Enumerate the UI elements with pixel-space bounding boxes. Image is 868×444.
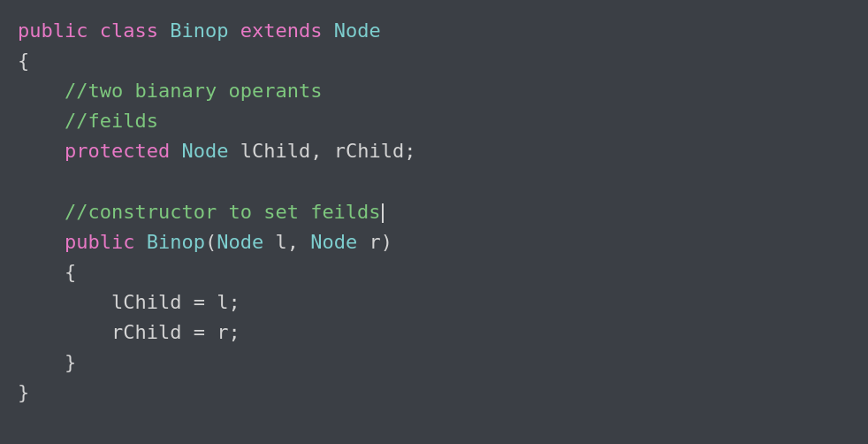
keyword-public: public: [18, 19, 88, 42]
param-l: l: [275, 231, 286, 253]
semicolon-2: ;: [228, 291, 240, 313]
equals-1: =: [194, 291, 205, 313]
close-brace-1: }: [18, 381, 29, 403]
keyword-class: class: [100, 19, 158, 42]
line-13: }: [18, 381, 29, 403]
comma-2: ,: [287, 231, 299, 253]
line-4: //feilds: [18, 110, 158, 132]
keyword-public-2: public: [65, 231, 134, 253]
paren-close: ): [381, 231, 392, 253]
comment-1: //two bianary operants: [65, 80, 322, 102]
open-brace-1: {: [18, 50, 29, 72]
line-2: {: [18, 50, 29, 72]
type-node: Node: [334, 19, 381, 42]
line-11: rChild = r;: [18, 321, 240, 343]
line-3: //two bianary operants: [18, 80, 322, 102]
line-7: //constructor to set feilds: [18, 201, 384, 223]
assign-rchild: rChild: [111, 321, 181, 343]
line-5: protected Node lChild, rChild;: [18, 140, 415, 162]
var-lchild: lChild: [240, 140, 310, 162]
semicolon-1: ;: [404, 140, 415, 162]
comma-1: ,: [310, 140, 322, 162]
open-brace-2: {: [65, 261, 76, 283]
var-rchild: rChild: [334, 140, 404, 162]
semicolon-3: ;: [228, 321, 240, 343]
equals-2: =: [194, 321, 205, 343]
class-name-binop: Binop: [170, 19, 228, 42]
text-cursor: [382, 203, 384, 223]
code-editor: public class Binop extends Node { //two …: [18, 16, 850, 408]
line-12: }: [18, 351, 76, 373]
paren-open: (: [205, 231, 217, 253]
comment-2: //feilds: [65, 110, 158, 132]
code-content: public class Binop extends Node { //two …: [18, 16, 850, 408]
param-r: r: [369, 231, 380, 253]
type-node-2: Node: [181, 140, 228, 162]
line-10: lChild = l;: [18, 291, 240, 313]
comment-3: //constructor to set feilds: [65, 201, 384, 223]
line-8: public Binop(Node l, Node r): [18, 231, 392, 253]
param-type-node-l: Node: [217, 231, 263, 253]
param-type-node-r: Node: [310, 231, 357, 253]
line-1: public class Binop extends Node: [18, 19, 381, 42]
keyword-protected: protected: [65, 140, 170, 162]
close-brace-2: }: [65, 351, 76, 373]
line-9: {: [18, 261, 76, 283]
assign-r: r: [217, 321, 228, 343]
assign-lchild: lChild: [111, 291, 181, 313]
method-binop: Binop: [147, 231, 205, 253]
keyword-extends: extends: [240, 19, 323, 42]
assign-l: l: [217, 291, 228, 313]
